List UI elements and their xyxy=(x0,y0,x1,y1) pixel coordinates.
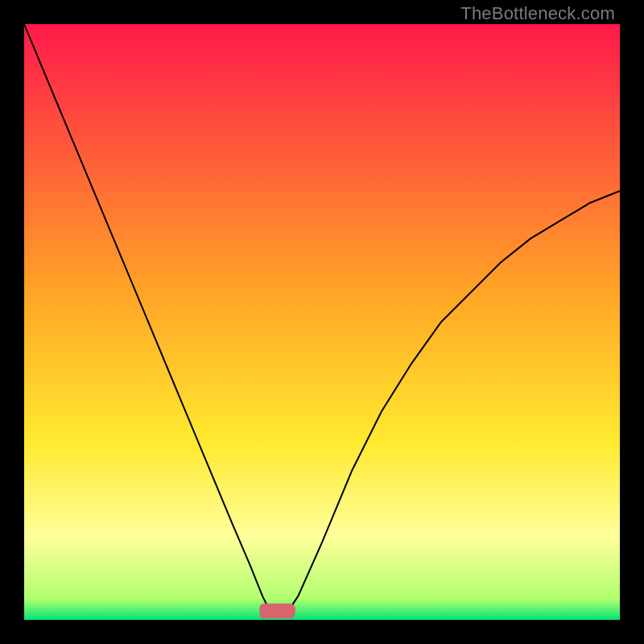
gradient-background xyxy=(24,24,620,620)
watermark-text: TheBottleneck.com xyxy=(460,3,615,24)
plot-area xyxy=(24,24,620,620)
plot-svg xyxy=(24,24,620,620)
chart-frame: TheBottleneck.com xyxy=(0,0,644,644)
bottleneck-marker xyxy=(259,604,295,619)
